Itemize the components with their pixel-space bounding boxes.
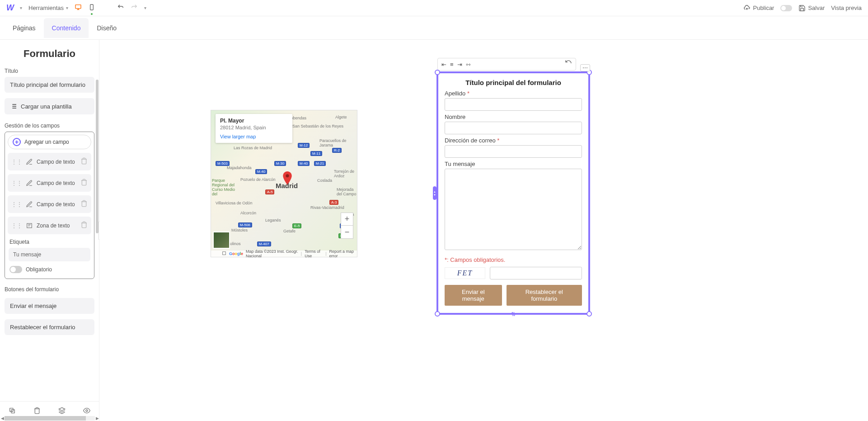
tab-design[interactable]: Diseño: [89, 18, 125, 38]
selection-toolbar: ⇤ ≡ ⇥ ⇿: [437, 58, 576, 71]
desktop-view-icon[interactable]: [75, 4, 82, 12]
field-label-correo: Dirección de correo *: [445, 137, 582, 144]
view-larger-map-link[interactable]: View larger map: [220, 134, 288, 139]
publish-button[interactable]: Publicar: [743, 5, 774, 12]
sidebar: ◀ Formulario Título Cargar una plantilla…: [0, 40, 99, 421]
captcha-image: FET: [445, 267, 485, 279]
pencil-icon: [26, 158, 33, 166]
map-satellite-toggle[interactable]: [213, 232, 230, 249]
title-field-label: Título: [5, 68, 94, 74]
field-item[interactable]: ⋮⋮ Campo de texto: [8, 174, 91, 192]
etiqueta-label: Etiqueta: [9, 239, 91, 245]
map-town-label: Villaviciosa de Odón: [216, 201, 252, 205]
redo-icon[interactable]: [131, 4, 138, 12]
reset-button-label-input[interactable]: [5, 319, 94, 335]
sidebar-scrollbar[interactable]: [96, 80, 99, 233]
visibility-icon[interactable]: [83, 407, 90, 416]
form-block-selected[interactable]: ▲▼ ⋯ ⇅ Título principal del formulario A…: [436, 71, 590, 315]
map-report-link[interactable]: Report a map error: [329, 249, 355, 258]
form-reset-button[interactable]: Restablecer el formulario: [507, 285, 582, 306]
drag-handle-icon[interactable]: ⋮⋮: [11, 222, 22, 229]
block-more-menu-icon[interactable]: ⋯: [580, 64, 590, 71]
apellido-input[interactable]: [445, 98, 582, 111]
map-town-label: Algete: [335, 115, 347, 119]
publish-toggle[interactable]: [780, 5, 792, 11]
global-trash-icon[interactable]: [33, 407, 41, 416]
zoom-in-icon[interactable]: +: [341, 213, 353, 226]
load-template-button[interactable]: Cargar una plantilla: [5, 98, 94, 114]
align-left-icon[interactable]: ⇤: [441, 61, 446, 68]
preview-button[interactable]: Vista previa: [831, 5, 862, 11]
form-send-button[interactable]: Enviar el mensaje: [445, 285, 502, 306]
duplicate-icon[interactable]: [9, 407, 16, 416]
required-fields-note: *: Campos obligatorios.: [445, 256, 582, 263]
send-button-label-input[interactable]: [5, 298, 94, 314]
svg-point-5: [86, 410, 88, 412]
map-widget[interactable]: Alcobendas San Sebastián de los Reyes Pa…: [211, 110, 357, 257]
map-town-label: Rivas-Vaciamadrid: [310, 205, 344, 210]
tab-pages[interactable]: Páginas: [5, 18, 44, 38]
plus-icon: +: [13, 138, 21, 146]
revert-icon[interactable]: [565, 60, 572, 69]
field-label-apellido: Apellido *: [445, 90, 582, 97]
nombre-input[interactable]: [445, 122, 582, 134]
drag-handle-icon[interactable]: ⋮⋮: [11, 159, 22, 165]
map-zoom-controls: + −: [341, 213, 353, 239]
map-terms-link[interactable]: Terms of Use: [305, 249, 323, 258]
app-logo[interactable]: W: [6, 3, 14, 13]
sidebar-hscroll[interactable]: ◀ ▶: [0, 416, 99, 421]
trash-icon[interactable]: [80, 179, 88, 187]
map-town-label: Leganés: [265, 218, 281, 222]
drag-handle-icon[interactable]: ⋮⋮: [11, 180, 22, 186]
tab-content[interactable]: Contenido: [44, 18, 89, 38]
resize-handle[interactable]: [435, 311, 440, 317]
map-town-label: Mejorada del Campo: [337, 187, 357, 196]
map-town-label: Getafe: [283, 229, 296, 233]
form-title-input[interactable]: [5, 77, 94, 93]
field-item[interactable]: ⋮⋮ Zona de texto: [8, 217, 91, 234]
field-item[interactable]: ⋮⋮ Campo de texto: [8, 195, 91, 213]
map-town-label: Coslada: [317, 178, 332, 183]
trash-icon[interactable]: [80, 157, 88, 166]
resize-handle-left[interactable]: ▲▼: [433, 186, 436, 200]
svg-rect-7: [223, 252, 226, 255]
sidebar-tabs: Páginas Contenido Diseño: [0, 16, 868, 40]
canvas[interactable]: Alcobendas San Sebastián de los Reyes Pa…: [99, 40, 868, 421]
mensaje-textarea[interactable]: [445, 169, 582, 250]
map-info-card: Pl. Mayor 28012 Madrid, Spain View large…: [216, 114, 292, 143]
map-town-label: Torrejón de Ardoz: [334, 169, 357, 178]
resize-handle[interactable]: [435, 70, 440, 75]
trash-icon[interactable]: [80, 221, 88, 230]
correo-input[interactable]: [445, 145, 582, 158]
fields-section-label: Gestión de los campos: [5, 123, 94, 129]
map-park-label: Parque Regional del Curso Medio del: [212, 178, 239, 196]
align-right-icon[interactable]: ⇥: [457, 61, 462, 68]
logo-dropdown-icon[interactable]: ▾: [20, 5, 22, 10]
panel-title: Formulario: [5, 48, 94, 60]
required-toggle[interactable]: [9, 266, 22, 273]
mobile-view-icon[interactable]: [88, 4, 95, 12]
save-button[interactable]: Salvar: [798, 5, 825, 12]
history-dropdown-icon[interactable]: ▾: [144, 5, 146, 10]
trash-icon[interactable]: [80, 200, 88, 208]
tools-menu[interactable]: Herramientas ▾: [28, 5, 68, 11]
map-town-label: Pozuelo de Alarcón: [240, 177, 276, 182]
top-toolbar: W ▾ Herramientas ▾ ▾ Publicar Salvar Vis…: [0, 0, 868, 16]
spacing-indicator-icon[interactable]: ⇅: [511, 311, 516, 317]
resize-handle[interactable]: [586, 311, 592, 317]
captcha-input[interactable]: [490, 267, 582, 279]
map-town-label: Paracuellos de Jarama: [319, 138, 357, 147]
align-center-icon[interactable]: ≡: [450, 61, 454, 68]
map-attribution: Google Map data ©2023 Inst. Geogr. Nacio…: [211, 251, 357, 257]
pencil-icon: [26, 201, 33, 208]
field-item[interactable]: ⋮⋮ Campo de texto: [8, 153, 91, 170]
stretch-icon[interactable]: ⇿: [466, 61, 471, 68]
map-town-label: Majadahonda: [227, 166, 252, 170]
layers-icon[interactable]: [58, 407, 66, 416]
map-info-title: Pl. Mayor: [220, 118, 288, 124]
add-field-button[interactable]: + Agregar un campo: [8, 135, 91, 149]
drag-handle-icon[interactable]: ⋮⋮: [11, 201, 22, 208]
zoom-out-icon[interactable]: −: [341, 226, 353, 238]
undo-icon[interactable]: [117, 4, 124, 12]
etiqueta-value[interactable]: Tu mensaje: [9, 248, 90, 261]
